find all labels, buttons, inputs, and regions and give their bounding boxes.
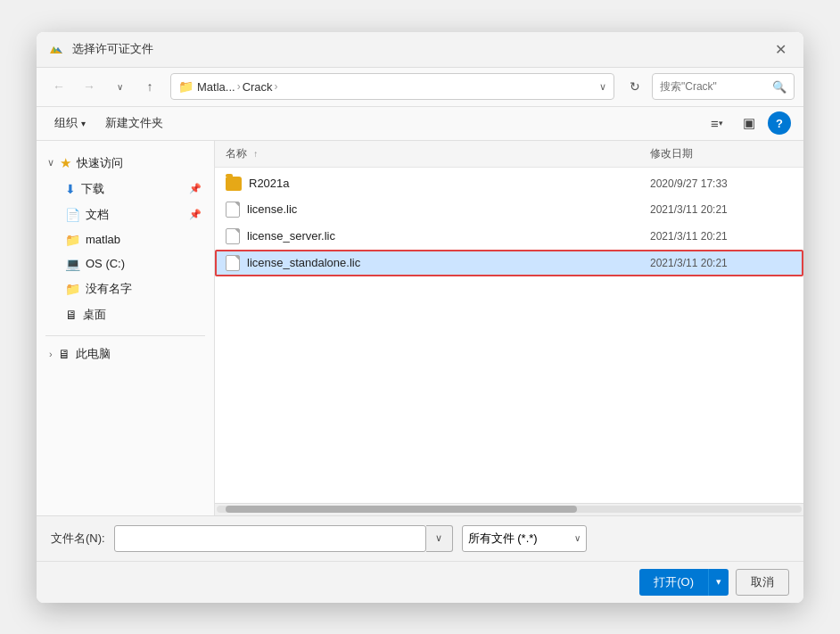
search-input[interactable]	[660, 80, 769, 93]
titlebar: 选择许可证文件 ✕	[37, 32, 803, 68]
nav-dropdown-button[interactable]: ∨	[106, 73, 133, 100]
view-arrow-icon: ▾	[719, 119, 723, 128]
toolbar-right: ≡ ▾ ▣ ?	[704, 111, 791, 136]
open-dropdown-button[interactable]: ▾	[708, 569, 729, 596]
dialog-window: 选择许可证文件 ✕ ← → ∨ ↑ 📁 Matla... › Crack › ∨…	[37, 32, 803, 603]
file-name-r2021a: R2021a	[249, 177, 643, 190]
pin-icon-doc: 📌	[189, 209, 202, 220]
filename-bar: 文件名(N): ∨ 所有文件 (*.*) ∨	[37, 515, 803, 561]
quick-access-label: 快速访问	[77, 155, 123, 171]
download-icon: ⬇	[65, 182, 76, 196]
app-icon	[47, 40, 65, 58]
path-separator-end: ›	[275, 80, 278, 93]
up-button[interactable]: ↑	[136, 73, 163, 100]
path-segment-matla[interactable]: Matla...	[197, 80, 235, 94]
horizontal-scrollbar[interactable]	[215, 503, 803, 515]
file-icon	[226, 202, 240, 218]
organize-arrow-icon: ▾	[81, 119, 86, 128]
navigation-bar: ← → ∨ ↑ 📁 Matla... › Crack › ∨ ↻ 🔍	[37, 68, 803, 107]
open-button[interactable]: 打开(O)	[639, 569, 708, 596]
sidebar-item-osc[interactable]: 💻 OS (C:)	[40, 252, 210, 276]
pane-button[interactable]: ▣	[736, 111, 762, 136]
sidebar-label-desktop: 桌面	[83, 307, 106, 323]
path-separator: ›	[237, 80, 241, 93]
sidebar: ∨ ★ 快速访问 ⬇ 下载 📌 📄 文档 📌 📁 matlab	[37, 141, 215, 515]
file-date-license-server: 2021/3/11 20:21	[650, 230, 793, 243]
filename-dropdown-button[interactable]: ∨	[426, 525, 453, 552]
new-folder-button[interactable]: 新建文件夹	[100, 111, 169, 135]
file-date-license: 2021/3/11 20:21	[650, 203, 793, 216]
file-item-license[interactable]: license.lic 2021/3/11 20:21	[215, 196, 803, 223]
file-item-license-server[interactable]: license_server.lic 2021/3/11 20:21	[215, 223, 803, 250]
sidebar-item-downloads[interactable]: ⬇ 下载 📌	[40, 177, 210, 202]
file-date-r2021a: 2020/9/27 17:33	[650, 177, 793, 190]
path-folder-icon: 📁	[178, 79, 194, 94]
filename-input[interactable]	[114, 525, 426, 552]
path-segment-crack[interactable]: Crack	[243, 80, 273, 94]
file-name-license-standalone: license_standalone.lic	[247, 256, 643, 269]
refresh-button[interactable]: ↻	[622, 73, 648, 100]
open-button-group: 打开(O) ▾	[639, 569, 729, 596]
file-area: 名称 ↑ 修改日期 R2021a 2020/9/27 17:33 license…	[215, 141, 803, 515]
quick-access-header[interactable]: ∨ ★ 快速访问	[40, 151, 210, 176]
disk-icon: 💻	[65, 257, 80, 271]
sidebar-item-thispc[interactable]: › 🖥 此电脑	[40, 342, 210, 366]
back-button[interactable]: ←	[45, 73, 72, 100]
sidebar-item-noname[interactable]: 📁 没有名字	[40, 276, 210, 301]
scrollbar-track	[217, 506, 802, 513]
pane-icon: ▣	[743, 115, 755, 131]
col-name-label: 名称	[226, 147, 247, 160]
file-name-license: license.lic	[247, 202, 643, 216]
dialog-title: 选择许可证文件	[72, 41, 761, 57]
close-button[interactable]: ✕	[768, 37, 793, 62]
quick-access-section: ∨ ★ 快速访问 ⬇ 下载 📌 📄 文档 📌 📁 matlab	[37, 148, 214, 330]
sidebar-item-matlab[interactable]: 📁 matlab	[40, 228, 210, 251]
path-bar[interactable]: 📁 Matla... › Crack › ∨	[170, 73, 614, 100]
sidebar-label-documents: 文档	[86, 207, 109, 223]
desktop-icon: 🖥	[65, 308, 78, 322]
sidebar-item-desktop[interactable]: 🖥 桌面	[40, 302, 210, 327]
scrollbar-thumb[interactable]	[226, 506, 577, 513]
col-date-label: 修改日期	[650, 147, 693, 160]
file-list: R2021a 2020/9/27 17:33 license.lic 2021/…	[215, 168, 803, 503]
pin-icon: 📌	[189, 183, 202, 194]
main-area: ∨ ★ 快速访问 ⬇ 下载 📌 📄 文档 📌 📁 matlab	[37, 141, 803, 515]
file-item-r2021a[interactable]: R2021a 2020/9/27 17:33	[215, 171, 803, 196]
sidebar-label-thispc: 此电脑	[76, 346, 111, 362]
expand-icon-pc: ›	[49, 349, 53, 359]
path-segments: Matla... › Crack ›	[197, 80, 278, 94]
help-button[interactable]: ?	[768, 111, 791, 135]
folder-icon	[226, 177, 242, 191]
file-item-license-standalone[interactable]: license_standalone.lic 2021/3/11 20:21	[215, 250, 803, 276]
toolbar: 组织 ▾ 新建文件夹 ≡ ▾ ▣ ?	[37, 107, 803, 141]
filetype-select[interactable]: 所有文件 (*.*) ∨	[462, 525, 587, 552]
filetype-arrow-icon: ∨	[574, 533, 581, 543]
filetype-label: 所有文件 (*.*)	[468, 531, 538, 547]
noname-folder-icon: 📁	[65, 282, 80, 296]
new-folder-label: 新建文件夹	[105, 115, 163, 131]
file-date-license-standalone: 2021/3/11 20:21	[650, 257, 793, 269]
sidebar-divider	[45, 335, 205, 336]
sidebar-label-downloads: 下载	[81, 181, 104, 197]
sort-arrow-icon[interactable]: ↑	[253, 149, 258, 159]
forward-button[interactable]: →	[76, 73, 103, 100]
column-header-name[interactable]: 名称 ↑	[226, 146, 650, 161]
sidebar-label-osc: OS (C:)	[86, 257, 125, 270]
file-list-header: 名称 ↑ 修改日期	[215, 141, 803, 168]
document-icon: 📄	[65, 208, 80, 222]
star-icon: ★	[60, 155, 71, 171]
sidebar-item-documents[interactable]: 📄 文档 📌	[40, 202, 210, 227]
pc-icon: 🖥	[58, 347, 70, 361]
search-icon: 🔍	[772, 80, 786, 94]
organize-button[interactable]: 组织 ▾	[49, 111, 91, 135]
file-icon-server	[226, 228, 240, 244]
sidebar-label-noname: 没有名字	[86, 281, 132, 297]
cancel-button[interactable]: 取消	[736, 569, 789, 596]
view-button[interactable]: ≡ ▾	[704, 111, 730, 136]
search-bar: 🔍	[652, 73, 795, 100]
organize-label: 组织	[54, 115, 78, 131]
view-icon: ≡	[711, 116, 719, 131]
column-header-date[interactable]: 修改日期	[650, 146, 793, 161]
path-dropdown-icon[interactable]: ∨	[599, 81, 606, 93]
matlab-folder-icon: 📁	[65, 233, 80, 247]
